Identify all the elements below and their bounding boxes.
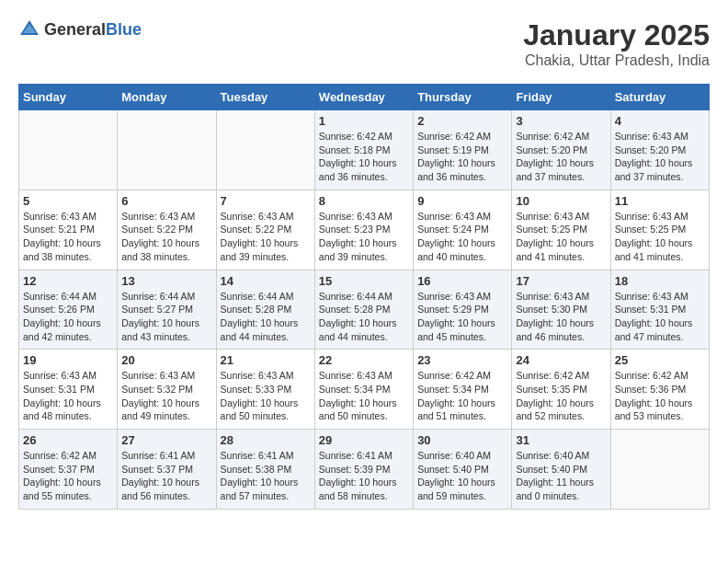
calendar-week-row: 26Sunrise: 6:42 AM Sunset: 5:37 PM Dayli…	[19, 430, 710, 510]
day-info: Sunrise: 6:44 AM Sunset: 5:28 PM Dayligh…	[221, 290, 311, 344]
day-number: 5	[23, 194, 113, 208]
day-number: 28	[221, 433, 311, 447]
day-info: Sunrise: 6:43 AM Sunset: 5:24 PM Dayligh…	[417, 210, 507, 264]
day-info: Sunrise: 6:40 AM Sunset: 5:40 PM Dayligh…	[417, 449, 507, 503]
calendar-cell: 1Sunrise: 6:42 AM Sunset: 5:18 PM Daylig…	[314, 110, 413, 190]
day-number: 4	[615, 114, 705, 128]
calendar-cell	[118, 110, 216, 190]
day-number: 3	[516, 114, 606, 128]
day-info: Sunrise: 6:43 AM Sunset: 5:31 PM Dayligh…	[615, 290, 705, 344]
day-number: 7	[221, 194, 311, 208]
day-info: Sunrise: 6:43 AM Sunset: 5:20 PM Dayligh…	[615, 130, 705, 184]
day-info: Sunrise: 6:42 AM Sunset: 5:35 PM Dayligh…	[516, 369, 606, 423]
weekday-header-row: SundayMondayTuesdayWednesdayThursdayFrid…	[19, 85, 710, 110]
calendar-cell: 7Sunrise: 6:43 AM Sunset: 5:22 PM Daylig…	[216, 190, 314, 270]
calendar-cell	[19, 110, 118, 190]
day-info: Sunrise: 6:44 AM Sunset: 5:27 PM Dayligh…	[121, 290, 211, 344]
weekday-header-wednesday: Wednesday	[314, 85, 413, 110]
day-number: 30	[417, 433, 507, 447]
day-number: 6	[121, 194, 211, 208]
day-info: Sunrise: 6:44 AM Sunset: 5:28 PM Dayligh…	[319, 290, 409, 344]
calendar-cell	[216, 110, 314, 190]
day-number: 29	[319, 433, 409, 447]
day-info: Sunrise: 6:43 AM Sunset: 5:31 PM Dayligh…	[23, 369, 113, 423]
day-info: Sunrise: 6:42 AM Sunset: 5:34 PM Dayligh…	[417, 369, 507, 423]
day-info: Sunrise: 6:44 AM Sunset: 5:26 PM Dayligh…	[23, 290, 113, 344]
calendar-cell: 10Sunrise: 6:43 AM Sunset: 5:25 PM Dayli…	[512, 190, 610, 270]
day-number: 2	[417, 114, 507, 128]
calendar-cell: 16Sunrise: 6:43 AM Sunset: 5:29 PM Dayli…	[414, 270, 512, 350]
day-info: Sunrise: 6:43 AM Sunset: 5:25 PM Dayligh…	[615, 210, 705, 264]
day-number: 8	[319, 194, 409, 208]
calendar-cell: 21Sunrise: 6:43 AM Sunset: 5:33 PM Dayli…	[216, 350, 314, 430]
calendar-cell: 27Sunrise: 6:41 AM Sunset: 5:37 PM Dayli…	[118, 430, 216, 510]
logo-icon	[18, 18, 40, 40]
day-number: 19	[23, 353, 113, 367]
day-number: 17	[516, 274, 606, 288]
day-info: Sunrise: 6:43 AM Sunset: 5:22 PM Dayligh…	[121, 210, 211, 264]
day-info: Sunrise: 6:41 AM Sunset: 5:37 PM Dayligh…	[121, 449, 211, 503]
calendar-cell: 24Sunrise: 6:42 AM Sunset: 5:35 PM Dayli…	[512, 350, 610, 430]
calendar-cell: 12Sunrise: 6:44 AM Sunset: 5:26 PM Dayli…	[19, 270, 118, 350]
day-number: 11	[615, 194, 705, 208]
calendar-cell: 17Sunrise: 6:43 AM Sunset: 5:30 PM Dayli…	[512, 270, 610, 350]
logo-general: General	[44, 20, 106, 39]
calendar-cell: 23Sunrise: 6:42 AM Sunset: 5:34 PM Dayli…	[414, 350, 512, 430]
day-number: 12	[23, 274, 113, 288]
calendar-cell: 11Sunrise: 6:43 AM Sunset: 5:25 PM Dayli…	[610, 190, 709, 270]
calendar-cell: 28Sunrise: 6:41 AM Sunset: 5:38 PM Dayli…	[216, 430, 314, 510]
day-info: Sunrise: 6:43 AM Sunset: 5:32 PM Dayligh…	[121, 369, 211, 423]
weekday-header-friday: Friday	[512, 85, 610, 110]
calendar-cell: 5Sunrise: 6:43 AM Sunset: 5:21 PM Daylig…	[19, 190, 118, 270]
day-number: 21	[221, 353, 311, 367]
calendar-cell: 3Sunrise: 6:42 AM Sunset: 5:20 PM Daylig…	[512, 110, 610, 190]
day-number: 10	[516, 194, 606, 208]
day-info: Sunrise: 6:42 AM Sunset: 5:19 PM Dayligh…	[417, 130, 507, 184]
weekday-header-thursday: Thursday	[414, 85, 512, 110]
day-info: Sunrise: 6:43 AM Sunset: 5:33 PM Dayligh…	[221, 369, 311, 423]
day-number: 24	[516, 353, 606, 367]
calendar-cell: 8Sunrise: 6:43 AM Sunset: 5:23 PM Daylig…	[314, 190, 413, 270]
day-info: Sunrise: 6:42 AM Sunset: 5:37 PM Dayligh…	[23, 449, 113, 503]
day-number: 26	[23, 433, 113, 447]
day-info: Sunrise: 6:43 AM Sunset: 5:25 PM Dayligh…	[516, 210, 606, 264]
day-info: Sunrise: 6:41 AM Sunset: 5:38 PM Dayligh…	[221, 449, 311, 503]
day-number: 20	[121, 353, 211, 367]
day-info: Sunrise: 6:43 AM Sunset: 5:21 PM Dayligh…	[23, 210, 113, 264]
location-title: Chakia, Uttar Pradesh, India	[523, 52, 710, 69]
weekday-header-saturday: Saturday	[610, 85, 709, 110]
calendar-cell: 19Sunrise: 6:43 AM Sunset: 5:31 PM Dayli…	[19, 350, 118, 430]
day-number: 15	[319, 274, 409, 288]
day-info: Sunrise: 6:40 AM Sunset: 5:40 PM Dayligh…	[516, 449, 606, 503]
calendar-cell: 20Sunrise: 6:43 AM Sunset: 5:32 PM Dayli…	[118, 350, 216, 430]
day-info: Sunrise: 6:42 AM Sunset: 5:36 PM Dayligh…	[615, 369, 705, 423]
calendar-cell	[610, 430, 709, 510]
day-number: 16	[417, 274, 507, 288]
page-header: GeneralBlue January 2025 Chakia, Uttar P…	[18, 18, 710, 69]
day-number: 18	[615, 274, 705, 288]
calendar-cell: 9Sunrise: 6:43 AM Sunset: 5:24 PM Daylig…	[414, 190, 512, 270]
day-number: 14	[221, 274, 311, 288]
calendar-week-row: 19Sunrise: 6:43 AM Sunset: 5:31 PM Dayli…	[19, 350, 710, 430]
day-number: 25	[615, 353, 705, 367]
calendar-cell: 29Sunrise: 6:41 AM Sunset: 5:39 PM Dayli…	[314, 430, 413, 510]
day-info: Sunrise: 6:43 AM Sunset: 5:30 PM Dayligh…	[516, 290, 606, 344]
calendar-cell: 13Sunrise: 6:44 AM Sunset: 5:27 PM Dayli…	[118, 270, 216, 350]
day-number: 27	[121, 433, 211, 447]
day-info: Sunrise: 6:43 AM Sunset: 5:29 PM Dayligh…	[417, 290, 507, 344]
calendar-cell: 6Sunrise: 6:43 AM Sunset: 5:22 PM Daylig…	[118, 190, 216, 270]
calendar-cell: 18Sunrise: 6:43 AM Sunset: 5:31 PM Dayli…	[610, 270, 709, 350]
calendar-table: SundayMondayTuesdayWednesdayThursdayFrid…	[18, 84, 710, 510]
weekday-header-tuesday: Tuesday	[216, 85, 314, 110]
day-number: 22	[319, 353, 409, 367]
day-info: Sunrise: 6:41 AM Sunset: 5:39 PM Dayligh…	[319, 449, 409, 503]
day-info: Sunrise: 6:42 AM Sunset: 5:18 PM Dayligh…	[319, 130, 409, 184]
day-number: 9	[417, 194, 507, 208]
title-block: January 2025 Chakia, Uttar Pradesh, Indi…	[523, 18, 710, 69]
calendar-cell: 14Sunrise: 6:44 AM Sunset: 5:28 PM Dayli…	[216, 270, 314, 350]
calendar-cell: 4Sunrise: 6:43 AM Sunset: 5:20 PM Daylig…	[610, 110, 709, 190]
day-number: 31	[516, 433, 606, 447]
day-info: Sunrise: 6:43 AM Sunset: 5:22 PM Dayligh…	[221, 210, 311, 264]
weekday-header-monday: Monday	[118, 85, 216, 110]
calendar-cell: 31Sunrise: 6:40 AM Sunset: 5:40 PM Dayli…	[512, 430, 610, 510]
